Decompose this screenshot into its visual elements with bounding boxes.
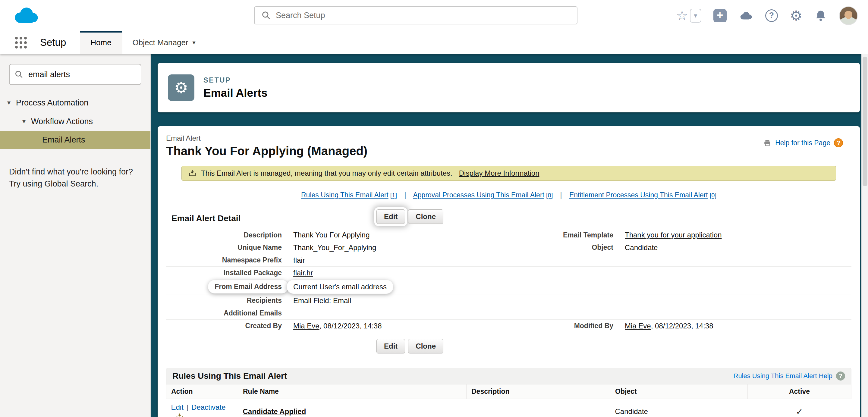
column-header-action: Action <box>166 384 238 399</box>
field-value: Thank_You_For_Applying <box>287 244 498 252</box>
field-label: Additional Emails <box>166 309 287 317</box>
quick-find-box[interactable] <box>9 64 141 85</box>
edit-button-bottom[interactable]: Edit <box>376 339 405 353</box>
global-search[interactable] <box>254 6 578 24</box>
rule-name-cell: Candidate Applied <box>238 399 467 417</box>
detail-row: Recipients Email Field: Email <box>166 294 851 307</box>
field-label: Installed Package <box>166 269 287 277</box>
setup-page-icon: ⚙ <box>168 74 194 101</box>
tab-object-manager[interactable]: Object Manager ▾ <box>122 31 206 54</box>
setup-tree: ▾ Process Automation ▾ Workflow Actions … <box>0 93 150 149</box>
printer-icon[interactable] <box>763 139 772 147</box>
managed-package-banner: This Email Alert is managed, meaning tha… <box>181 166 836 181</box>
created-by-user-link[interactable]: Mia Eve <box>293 322 319 330</box>
notifications-bell-icon[interactable] <box>814 9 827 22</box>
field-value: Email Field: Email <box>287 296 498 305</box>
chevron-down-icon: ▾ <box>193 39 195 46</box>
email-template-link[interactable]: Thank you for your application <box>625 231 722 239</box>
tab-home[interactable]: Home <box>80 31 122 54</box>
entitlement-processes-link[interactable]: Entitlement Processes Using This Email A… <box>569 191 716 199</box>
row-edit-link[interactable]: Edit <box>171 403 184 411</box>
gear-icon: ⚙ <box>174 80 188 96</box>
favorites-star-icon[interactable]: ☆ <box>676 9 688 22</box>
detail-field-table: Description Thank You For Applying Email… <box>166 229 851 332</box>
field-value: Candidate <box>618 244 851 252</box>
related-list-help-link[interactable]: Rules Using This Email Alert Help <box>734 372 833 380</box>
field-value: Thank You For Applying <box>287 231 498 239</box>
app-name: Setup <box>40 37 66 48</box>
rule-name-link[interactable]: Candidate Applied <box>243 407 306 416</box>
search-icon <box>14 70 24 79</box>
separator: | <box>187 403 188 411</box>
email-alert-detail-card: Email Alert Thank You For Applying (Mana… <box>158 126 860 417</box>
from-email-address-value-highlight: Current User's email address <box>287 281 393 293</box>
active-check-icon: ✓ <box>796 407 803 416</box>
approval-processes-link[interactable]: Approval Processes Using This Email Aler… <box>413 191 553 199</box>
table-row: Edit|Deactivate Candidate Applied <box>166 399 851 417</box>
hint-line-1: Didn't find what you're looking for? <box>9 167 133 176</box>
quick-find-input[interactable] <box>28 70 136 79</box>
related-list-title: Rules Using This Email Alert <box>173 371 287 381</box>
usage-links: Rules Using This Email Alert[1] | Approv… <box>166 191 851 199</box>
package-icon <box>176 413 183 417</box>
row-deactivate-link[interactable]: Deactivate <box>191 403 225 411</box>
setup-content: ⚙ SETUP Email Alerts Email Alert Thank Y… <box>151 54 868 417</box>
modified-by-user-link[interactable]: Mia Eve <box>625 322 651 330</box>
favorites-dropdown-button[interactable]: ▾ <box>690 9 701 23</box>
rules-using-link[interactable]: Rules Using This Email Alert[1] <box>301 191 397 199</box>
field-label: Created By <box>166 322 287 330</box>
field-label: Object <box>498 244 618 252</box>
banner-text: This Email Alert is managed, meaning tha… <box>201 169 453 178</box>
edit-button[interactable]: Edit <box>376 210 405 224</box>
rules-related-list: Rules Using This Email Alert Rules Using… <box>166 368 851 417</box>
column-header-active: Active <box>748 384 851 399</box>
setup-gear-icon[interactable]: ⚙ <box>790 9 802 23</box>
help-for-this-page-link[interactable]: Help for this Page <box>775 139 830 147</box>
detail-row: Installed Package flair.hr <box>166 267 851 279</box>
app-launcher-icon[interactable] <box>15 37 27 49</box>
guidance-cloud-icon[interactable] <box>739 11 753 21</box>
user-avatar[interactable] <box>839 6 858 25</box>
detail-section-header: Email Alert Detail Edit Clone <box>166 209 851 229</box>
rules-table: Action Rule Name Description Object Acti… <box>166 384 851 417</box>
package-icon <box>188 169 196 177</box>
help-question-icon[interactable]: ? <box>834 138 843 147</box>
sidebar-item-process-automation[interactable]: ▾ Process Automation <box>0 93 150 112</box>
detail-row: Created By Mia Eve, 08/12/2023, 14:38 Mo… <box>166 320 851 332</box>
clone-button[interactable]: Clone <box>408 210 443 224</box>
detail-row: Unique Name Thank_You_For_Applying Objec… <box>166 242 851 254</box>
sidebar-item-workflow-actions[interactable]: ▾ Workflow Actions <box>0 112 150 131</box>
salesforce-logo <box>11 6 40 25</box>
detail-row: Description Thank You For Applying Email… <box>166 229 851 242</box>
detail-row-highlighted: From Email Address Current User's email … <box>166 279 851 294</box>
created-date: , 08/12/2023, 14:38 <box>319 322 382 330</box>
field-value: flair <box>287 256 498 264</box>
global-actions-icon[interactable]: + <box>713 9 727 22</box>
scrollbar[interactable] <box>861 54 868 417</box>
help-icon[interactable]: ? <box>765 9 778 22</box>
display-more-information-link[interactable]: Display More Information <box>459 169 539 178</box>
separator: | <box>404 191 406 199</box>
separator: | <box>560 191 562 199</box>
clone-button-bottom[interactable]: Clone <box>408 339 443 353</box>
column-header-object: Object <box>610 384 748 399</box>
help-question-icon[interactable]: ? <box>836 372 845 381</box>
record-title: Thank You For Applying (Managed) <box>166 144 851 158</box>
global-search-input[interactable] <box>276 11 570 20</box>
action-cell: Edit|Deactivate <box>166 399 238 417</box>
installed-package-link[interactable]: flair.hr <box>293 269 313 277</box>
page-eyebrow: SETUP <box>204 76 268 84</box>
sidebar-item-label: Workflow Actions <box>31 117 93 126</box>
page-title: Email Alerts <box>204 87 268 99</box>
scrollbar-thumb[interactable] <box>863 57 867 186</box>
field-label: Email Template <box>498 231 618 239</box>
page-help: Help for this Page ? <box>763 138 843 147</box>
field-label: Namespace Prefix <box>166 256 287 264</box>
favorites-control[interactable]: ☆ ▾ <box>676 9 701 23</box>
detail-row: Additional Emails <box>166 307 851 320</box>
sidebar-item-email-alerts[interactable]: Email Alerts <box>0 131 150 149</box>
setup-nav-bar: Setup Home Object Manager ▾ <box>0 31 868 54</box>
hint-line-2: Try using Global Search. <box>9 179 98 188</box>
tab-object-manager-label: Object Manager <box>133 38 188 47</box>
bottom-button-row: Edit Clone <box>166 339 851 353</box>
